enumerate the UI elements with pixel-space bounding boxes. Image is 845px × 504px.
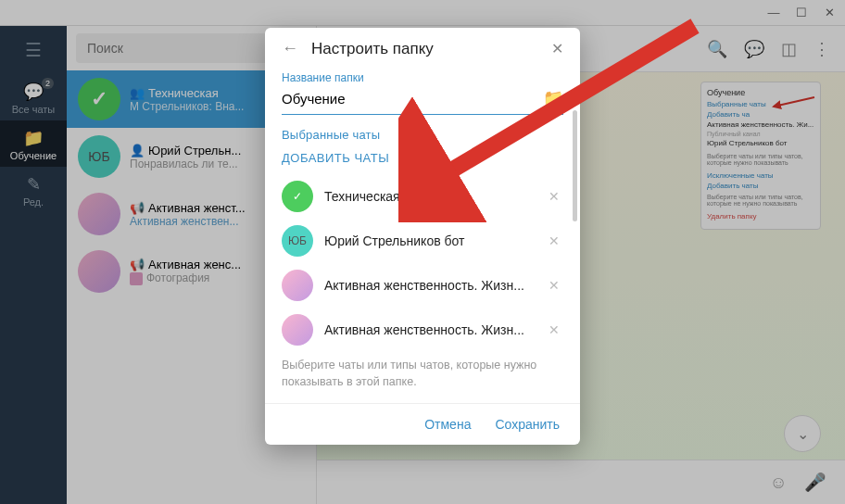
folder-name-input[interactable] — [282, 91, 536, 107]
avatar: ✓ — [282, 181, 313, 212]
included-chat-row: Активная женственность. Жизн... ✕ — [282, 308, 563, 352]
chat-name: Активная женственность. Жизн... — [324, 278, 534, 293]
remove-chat-icon[interactable]: ✕ — [545, 233, 563, 248]
back-icon[interactable]: ← — [282, 39, 298, 58]
included-chat-row: ЮБ Юрий Стрельников бот ✕ — [282, 219, 563, 263]
remove-chat-icon[interactable]: ✕ — [545, 278, 563, 293]
close-icon[interactable]: ✕ — [551, 40, 563, 57]
chat-name: Техническая — [324, 189, 534, 204]
included-chat-row: ✓ Техническая ✕ — [282, 174, 563, 219]
modal-overlay[interactable]: ← Настроить папку ✕ Название папки 📁 Выб… — [0, 0, 845, 504]
avatar — [282, 270, 313, 301]
remove-chat-icon[interactable]: ✕ — [545, 189, 563, 204]
included-chat-row: Активная женственность. Жизн... ✕ — [282, 263, 563, 308]
avatar — [282, 314, 313, 346]
chat-name: Юрий Стрельников бот — [324, 233, 534, 248]
save-button[interactable]: Сохранить — [495, 417, 560, 432]
folder-icon[interactable]: 📁 — [543, 88, 563, 108]
field-label: Название папки — [282, 71, 563, 84]
section-selected-chats: Выбранные чаты — [282, 128, 563, 142]
chat-name: Активная женственность. Жизн... — [324, 322, 534, 337]
remove-chat-icon[interactable]: ✕ — [545, 322, 563, 337]
folder-settings-dialog: ← Настроить папку ✕ Название папки 📁 Выб… — [265, 28, 580, 445]
hint-text: Выберите чаты или типы чатов, которые ну… — [282, 358, 563, 390]
cancel-button[interactable]: Отмена — [424, 417, 471, 432]
dialog-title: Настроить папку — [311, 40, 434, 58]
avatar: ЮБ — [282, 225, 313, 257]
add-chats-button[interactable]: ДОБАВИТЬ ЧАТЫ — [282, 151, 563, 165]
scrollbar[interactable] — [573, 110, 577, 334]
